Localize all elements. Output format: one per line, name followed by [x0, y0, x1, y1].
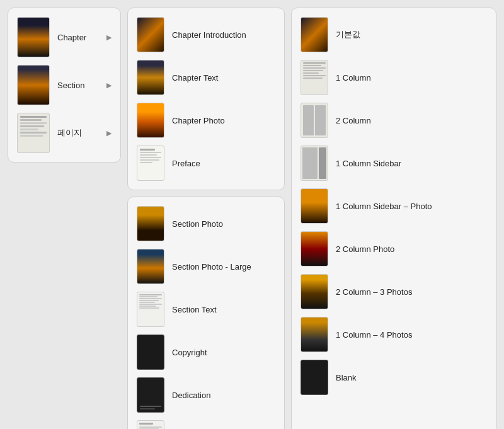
copyright-label: Copyright: [172, 348, 275, 357]
2col-item[interactable]: 2 Column: [295, 99, 492, 142]
dedication-item[interactable]: Dedication: [132, 374, 280, 416]
chapter-item[interactable]: Chapter ▶: [12, 13, 117, 61]
gibon-label: 기본값: [336, 29, 487, 40]
1col-sidebar-photo-thumb: [301, 188, 328, 224]
2col-3photos-item[interactable]: 2 Column – 3 Photos: [295, 270, 492, 313]
section-text-item[interactable]: Section Text: [132, 288, 280, 331]
1col-item[interactable]: 1 Column: [295, 56, 492, 99]
1col-sidebar-item[interactable]: 1 Column Sidebar: [295, 142, 492, 185]
2col-label: 2 Column: [336, 116, 487, 125]
chapter-thumbnail: [17, 17, 50, 57]
foreword-item[interactable]: Foreword: [132, 416, 280, 429]
1col-4photos-label: 1 Column – 4 Photos: [336, 330, 487, 340]
2col-3photos-label: 2 Column – 3 Photos: [336, 287, 487, 297]
section-photo-label: Section Photo: [172, 219, 275, 229]
1col-sidebar-thumb: [301, 146, 328, 181]
chapter-text-label: Chapter Text: [172, 73, 275, 83]
dedication-label: Dedication: [172, 391, 275, 400]
section-arrow: ▶: [106, 81, 112, 89]
chapter-label: Chapter: [57, 33, 99, 42]
chapter-photo-thumb: [137, 103, 164, 138]
1col-sidebar-photo-item[interactable]: 1 Column Sidebar – Photo: [295, 185, 492, 227]
page-item[interactable]: 페이지 ▶: [12, 109, 117, 157]
section-photo-item[interactable]: Section Photo: [132, 202, 280, 245]
1col-thumb: [301, 60, 328, 95]
1col-sidebar-label: 1 Column Sidebar: [336, 159, 487, 168]
copyright-item[interactable]: Copyright: [132, 331, 280, 374]
section-photo-large-label: Section Photo - Large: [172, 262, 275, 272]
1col-sidebar-photo-label: 1 Column Sidebar – Photo: [336, 202, 487, 211]
chapter-text-item[interactable]: Chapter Text: [132, 56, 280, 99]
dedication-thumb: [137, 377, 164, 413]
2col-thumb: [301, 103, 328, 138]
2col-3photos-thumb: [301, 274, 328, 309]
section-photo-large-thumb: [137, 249, 164, 284]
chapter-text-thumb: [137, 60, 164, 95]
2col-photo-item[interactable]: 2 Column Photo: [295, 227, 492, 270]
1col-4photos-item[interactable]: 1 Column – 4 Photos: [295, 313, 492, 356]
chapter-intro-label: Chapter Introduction: [172, 30, 275, 40]
section-thumbnail: [17, 65, 50, 105]
chapter-intro-item[interactable]: Chapter Introduction: [132, 13, 280, 56]
section-text-label: Section Text: [172, 305, 275, 314]
page-arrow: ▶: [106, 129, 112, 137]
gibon-thumb: [301, 17, 328, 52]
chapter-photo-label: Chapter Photo: [172, 116, 275, 125]
chapter-intro-thumb: [137, 17, 164, 52]
preface-label: Preface: [172, 159, 275, 168]
1col-label: 1 Column: [336, 73, 487, 83]
preface-item[interactable]: Preface: [132, 142, 280, 185]
foreword-thumb: [137, 420, 164, 429]
1col-4photos-thumb: [301, 317, 328, 352]
gibon-item[interactable]: 기본값: [295, 13, 492, 56]
section-photo-thumb: [137, 206, 164, 241]
preface-thumb: [137, 146, 164, 181]
page-label: 페이지: [57, 127, 99, 139]
page-thumbnail: [17, 113, 50, 153]
copyright-thumb: [137, 335, 164, 370]
blank-label: Blank: [336, 373, 487, 382]
chapter-arrow: ▶: [106, 33, 112, 42]
chapter-photo-item[interactable]: Chapter Photo: [132, 99, 280, 142]
section-photo-large-item[interactable]: Section Photo - Large: [132, 245, 280, 288]
section-item[interactable]: Section ▶: [12, 61, 117, 109]
section-text-thumb: [137, 292, 164, 327]
section-label: Section: [57, 81, 99, 90]
2col-photo-thumb: [301, 231, 328, 266]
2col-photo-label: 2 Column Photo: [336, 244, 487, 254]
blank-thumb: [301, 360, 328, 395]
blank-item[interactable]: Blank: [295, 356, 492, 399]
